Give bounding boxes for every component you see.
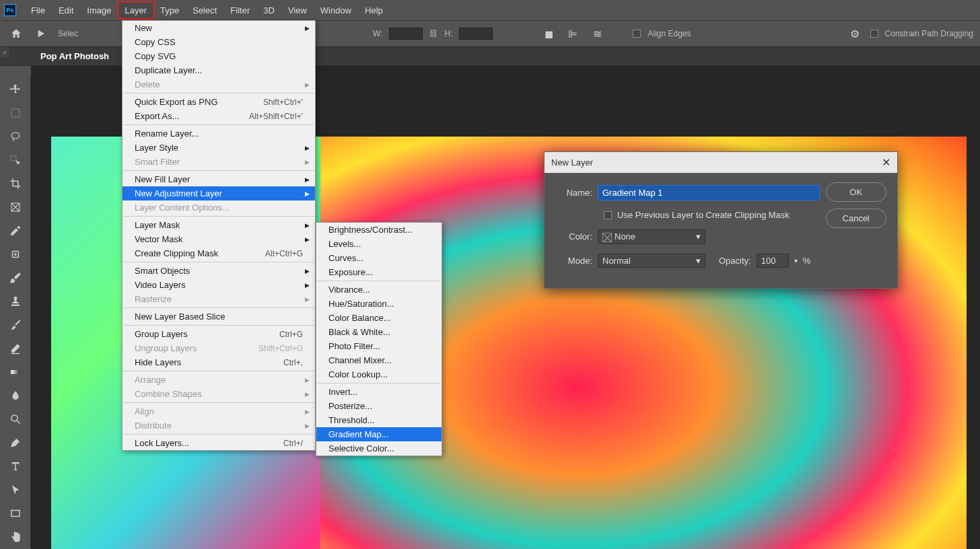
dialog-titlebar[interactable]: New Layer ✕ xyxy=(545,152,897,173)
adjust-menu-gradient-map[interactable]: Gradient Map... xyxy=(316,427,442,441)
menu-type[interactable]: Type xyxy=(153,3,186,18)
opacity-stepper-icon[interactable]: ▾ xyxy=(794,257,798,264)
dodge-tool-icon[interactable] xyxy=(0,407,31,431)
align-icon[interactable]: ⊫ xyxy=(564,25,582,42)
layer-menu-layer-mask[interactable]: Layer Mask xyxy=(123,218,315,232)
menu-item-label: Hue/Saturation... xyxy=(328,299,394,309)
stamp-tool-icon[interactable] xyxy=(0,289,31,313)
quick-select-tool-icon[interactable] xyxy=(0,148,31,172)
adjust-menu-invert[interactable]: Invert... xyxy=(316,385,442,399)
adjust-menu-threshold[interactable]: Threshold... xyxy=(316,413,442,427)
adjust-menu-levels[interactable]: Levels... xyxy=(316,237,442,251)
menu-item-label: Ungroup Layers xyxy=(135,343,197,353)
pen-tool-icon[interactable] xyxy=(0,431,31,454)
layer-menu-create-clipping-mask[interactable]: Create Clipping MaskAlt+Ctrl+G xyxy=(123,246,315,260)
adjust-menu-curves[interactable]: Curves... xyxy=(316,251,442,265)
menu-item-label: Video Layers xyxy=(135,280,186,290)
align-edges-label: Align Edges xyxy=(648,29,691,38)
menu-3d[interactable]: 3D xyxy=(256,3,281,18)
document-tab[interactable]: Pop Art Photosh xyxy=(34,51,116,61)
adjust-menu-selective-color[interactable]: Selective Color... xyxy=(316,441,442,455)
menu-item-label: Black & White... xyxy=(328,327,390,337)
mode-select[interactable]: Normal ▾ xyxy=(598,254,705,268)
constrain-checkbox[interactable] xyxy=(870,30,878,38)
layer-menu-vector-mask[interactable]: Vector Mask xyxy=(123,232,315,246)
layer-menu-new-fill-layer[interactable]: New Fill Layer xyxy=(123,172,315,186)
layer-menu-video-layers[interactable]: Video Layers xyxy=(123,278,315,292)
menu-window[interactable]: Window xyxy=(314,3,358,18)
eraser-tool-icon[interactable] xyxy=(0,336,31,360)
layer-menu-smart-objects[interactable]: Smart Objects xyxy=(123,264,315,278)
path-select-tool-icon[interactable] xyxy=(0,478,31,501)
link-icon[interactable]: ⛓ xyxy=(429,29,438,38)
opacity-input[interactable] xyxy=(757,254,789,268)
adjust-menu-hue-saturation[interactable]: Hue/Saturation... xyxy=(316,297,442,311)
name-input[interactable] xyxy=(598,185,820,200)
clipping-mask-checkbox[interactable] xyxy=(604,211,612,219)
adjust-menu-posterize[interactable]: Posterize... xyxy=(316,399,442,413)
menu-image[interactable]: Image xyxy=(80,3,118,18)
close-icon[interactable]: ✕ xyxy=(882,156,890,169)
home-icon[interactable] xyxy=(7,24,26,43)
layer-menu-hide-layers[interactable]: Hide LayersCtrl+, xyxy=(123,355,315,369)
menu-filter[interactable]: Filter xyxy=(223,3,256,18)
brush-tool-icon[interactable] xyxy=(0,266,31,289)
layer-menu-group-layers[interactable]: Group LayersCtrl+G xyxy=(123,327,315,341)
adjust-menu-color-lookup[interactable]: Color Lookup... xyxy=(316,367,442,381)
adjust-menu-photo-filter[interactable]: Photo Filter... xyxy=(316,339,442,353)
menu-select[interactable]: Select xyxy=(186,3,223,18)
height-input[interactable] xyxy=(459,28,493,40)
path-ops-icon[interactable]: ◼ xyxy=(540,25,557,42)
adjust-menu-vibrance[interactable]: Vibrance... xyxy=(316,283,442,297)
menu-item-label: Group Layers xyxy=(135,329,188,339)
layer-menu-layer-style[interactable]: Layer Style xyxy=(123,141,315,155)
color-select[interactable]: None ▾ xyxy=(598,229,705,244)
menu-help[interactable]: Help xyxy=(358,3,390,18)
cancel-button[interactable]: Cancel xyxy=(826,209,886,228)
menu-view[interactable]: View xyxy=(281,3,314,18)
adjust-menu-exposure[interactable]: Exposure... xyxy=(316,265,442,279)
crop-tool-icon[interactable] xyxy=(0,172,31,195)
layer-menu-quick-export-as-png[interactable]: Quick Export as PNGShift+Ctrl+' xyxy=(123,95,315,109)
menu-edit[interactable]: Edit xyxy=(52,3,80,18)
layer-menu-new[interactable]: New xyxy=(123,21,315,35)
menu-layer[interactable]: Layer xyxy=(118,3,154,18)
width-input[interactable] xyxy=(389,28,423,40)
adjust-menu-color-balance[interactable]: Color Balance... xyxy=(316,311,442,325)
menu-file[interactable]: File xyxy=(24,3,52,18)
menu-item-label: Layer Mask xyxy=(135,220,180,230)
layer-menu-new-adjustment-layer[interactable]: New Adjustment Layer xyxy=(123,186,315,200)
adjust-menu-black-white[interactable]: Black & White... xyxy=(316,325,442,339)
blur-tool-icon[interactable] xyxy=(0,383,31,407)
eyedropper-tool-icon[interactable] xyxy=(0,219,31,242)
move-tool-icon[interactable] xyxy=(0,77,31,101)
lasso-tool-icon[interactable] xyxy=(0,124,31,148)
hand-tool-icon[interactable] xyxy=(0,525,31,548)
layer-menu-rename-layer[interactable]: Rename Layer... xyxy=(123,126,315,141)
layer-menu-copy-css[interactable]: Copy CSS xyxy=(123,35,315,49)
menu-item-label: New xyxy=(135,23,152,33)
type-tool-icon[interactable] xyxy=(0,454,31,478)
marquee-tool-icon[interactable] xyxy=(0,101,31,124)
adjust-menu-channel-mixer[interactable]: Channel Mixer... xyxy=(316,353,442,367)
frame-tool-icon[interactable] xyxy=(0,195,31,219)
layer-menu-export-as[interactable]: Export As...Alt+Shift+Ctrl+' xyxy=(123,109,315,123)
gear-icon[interactable]: ⚙ xyxy=(846,25,864,42)
history-brush-tool-icon[interactable] xyxy=(0,313,31,336)
arrange-icon[interactable]: ≋ xyxy=(588,25,606,42)
adjust-menu-brightness-contrast[interactable]: Brightness/Contrast... xyxy=(316,223,442,237)
layer-menu-new-layer-based-slice[interactable]: New Layer Based Slice xyxy=(123,309,315,324)
align-edges-checkbox[interactable] xyxy=(633,30,641,38)
menu-separator xyxy=(123,124,314,125)
layer-menu-lock-layers[interactable]: Lock Layers...Ctrl+/ xyxy=(123,436,315,450)
layer-menu-delete: Delete xyxy=(123,77,315,92)
sidebar-expand-icon[interactable]: » xyxy=(0,47,9,57)
layer-menu-duplicate-layer[interactable]: Duplicate Layer... xyxy=(123,63,315,77)
menu-item-label: Distribute xyxy=(135,420,172,431)
tool-preset-icon[interactable] xyxy=(32,24,51,43)
ok-button[interactable]: OK xyxy=(826,182,886,202)
rectangle-tool-icon[interactable] xyxy=(0,501,31,525)
healing-tool-icon[interactable] xyxy=(0,242,31,266)
layer-menu-copy-svg[interactable]: Copy SVG xyxy=(123,49,315,63)
gradient-tool-icon[interactable] xyxy=(0,360,31,383)
